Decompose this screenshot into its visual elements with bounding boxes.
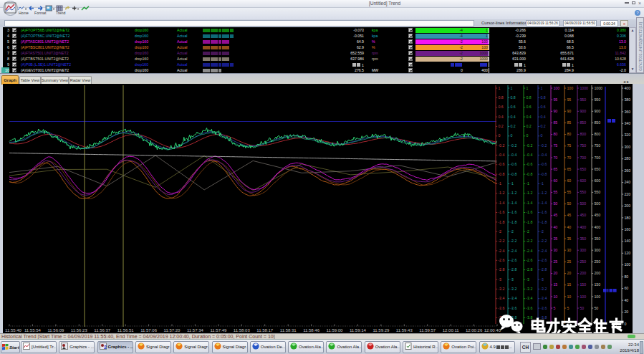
svg-text:0.4: 0.4: [498, 115, 503, 119]
svg-text:30: 30: [553, 248, 557, 252]
svg-text:380: 380: [624, 97, 630, 102]
svg-text:11:57:20: 11:57:20: [164, 328, 181, 333]
svg-text:750: 750: [594, 143, 600, 148]
svg-text:40: 40: [553, 225, 557, 229]
svg-text:200: 200: [594, 271, 600, 275]
svg-text:25: 25: [567, 259, 571, 264]
svg-text:100: 100: [594, 295, 600, 299]
svg-text:-3.6: -3.6: [510, 306, 516, 310]
svg-text:-0.8: -0.8: [526, 172, 532, 176]
svg-text:360: 360: [624, 110, 630, 114]
svg-text:11:59:57: 11:59:57: [419, 328, 436, 333]
svg-text:0: 0: [498, 133, 500, 138]
svg-text:0.8: 0.8: [498, 95, 503, 100]
svg-text:-0.6: -0.6: [526, 162, 532, 166]
svg-text:12:00:26: 12:00:26: [466, 328, 483, 333]
svg-text:500: 500: [580, 201, 586, 206]
svg-text:11:58:17: 11:58:17: [256, 328, 274, 333]
svg-text:320: 320: [624, 133, 630, 137]
svg-text:1000: 1000: [580, 86, 588, 90]
svg-text:11:55:40: 11:55:40: [5, 328, 22, 333]
svg-text:-3.8: -3.8: [526, 315, 532, 320]
svg-text:-2.2: -2.2: [526, 239, 532, 243]
svg-text:40: 40: [567, 225, 571, 229]
svg-text:-2.2: -2.2: [540, 239, 547, 243]
svg-text:-0.8: -0.8: [498, 172, 504, 176]
svg-text:200: 200: [624, 204, 630, 208]
svg-text:100: 100: [580, 295, 586, 299]
svg-text:55: 55: [553, 190, 557, 194]
svg-text:260: 260: [624, 168, 630, 173]
svg-text:-1.6: -1.6: [526, 210, 532, 214]
svg-text:35: 35: [553, 236, 557, 241]
svg-text:-1.2: -1.2: [540, 191, 547, 195]
svg-text:40: 40: [624, 298, 628, 302]
svg-text:-0.4: -0.4: [526, 153, 532, 157]
svg-text:-2.8: -2.8: [526, 267, 532, 272]
svg-text:50: 50: [567, 201, 571, 206]
svg-text:50: 50: [553, 201, 557, 206]
svg-text:11:57:49: 11:57:49: [210, 328, 227, 333]
svg-text:-3.4: -3.4: [526, 296, 532, 300]
svg-text:-1.2: -1.2: [510, 191, 516, 195]
svg-text:-2.6: -2.6: [540, 258, 547, 262]
svg-text:150: 150: [580, 282, 586, 287]
svg-text:11:58:31: 11:58:31: [280, 328, 297, 333]
svg-text:400: 400: [594, 225, 600, 229]
svg-text:700: 700: [580, 156, 586, 160]
svg-text:-3.2: -3.2: [540, 287, 547, 291]
svg-text:11:55:54: 11:55:54: [24, 328, 42, 333]
svg-text:-1.8: -1.8: [510, 220, 516, 224]
svg-text:-3.8: -3.8: [540, 315, 547, 320]
svg-text:700: 700: [594, 156, 600, 160]
svg-text:10: 10: [567, 295, 571, 299]
svg-text:1: 1: [510, 86, 512, 90]
svg-text:0.2: 0.2: [498, 124, 503, 128]
svg-text:240: 240: [624, 180, 630, 184]
svg-text:0: 0: [624, 322, 626, 326]
svg-text:35: 35: [567, 236, 571, 241]
svg-text:400: 400: [624, 86, 630, 90]
svg-text:900: 900: [580, 109, 586, 113]
svg-text:25: 25: [553, 259, 557, 264]
svg-text:0.4: 0.4: [540, 115, 545, 119]
svg-text:20: 20: [567, 271, 571, 275]
svg-text:-1.8: -1.8: [540, 220, 547, 224]
svg-text:0: 0: [510, 133, 512, 138]
svg-text:-3: -3: [498, 277, 501, 282]
svg-text:-1.8: -1.8: [526, 220, 532, 224]
svg-text:-1.8: -1.8: [498, 220, 504, 224]
svg-text:-2.6: -2.6: [510, 258, 516, 262]
svg-text:-3: -3: [510, 277, 514, 282]
svg-text:-1.4: -1.4: [540, 201, 547, 205]
svg-text:-2: -2: [510, 229, 514, 234]
svg-text:15: 15: [553, 282, 557, 287]
svg-text:11:56:09: 11:56:09: [47, 328, 64, 333]
svg-text:1: 1: [540, 86, 542, 90]
svg-text:70: 70: [553, 156, 557, 160]
svg-text:750: 750: [580, 143, 586, 148]
svg-text:-0.4: -0.4: [510, 153, 516, 157]
svg-text:350: 350: [580, 236, 586, 241]
svg-text:20: 20: [553, 271, 557, 275]
svg-text:-2.6: -2.6: [498, 258, 504, 262]
svg-text:450: 450: [580, 213, 586, 217]
svg-text:0: 0: [540, 133, 542, 138]
svg-text:-3.6: -3.6: [540, 306, 547, 310]
svg-text:900: 900: [594, 109, 600, 113]
svg-text:-0.6: -0.6: [510, 162, 516, 166]
svg-text:11:58:46: 11:58:46: [303, 328, 320, 333]
svg-text:-1.6: -1.6: [498, 210, 504, 214]
svg-text:-3.2: -3.2: [498, 287, 504, 291]
svg-text:65: 65: [553, 167, 557, 171]
svg-text:300: 300: [580, 248, 586, 252]
svg-text:90: 90: [553, 109, 557, 113]
svg-text:80: 80: [567, 132, 571, 136]
svg-text:11:59:29: 11:59:29: [373, 328, 390, 333]
svg-text:11:57:34: 11:57:34: [187, 328, 204, 333]
svg-text:5: 5: [567, 306, 569, 310]
svg-text:250: 250: [594, 259, 600, 264]
svg-text:-1: -1: [498, 181, 501, 186]
svg-text:50: 50: [580, 306, 584, 310]
svg-text:-3.4: -3.4: [540, 296, 547, 300]
